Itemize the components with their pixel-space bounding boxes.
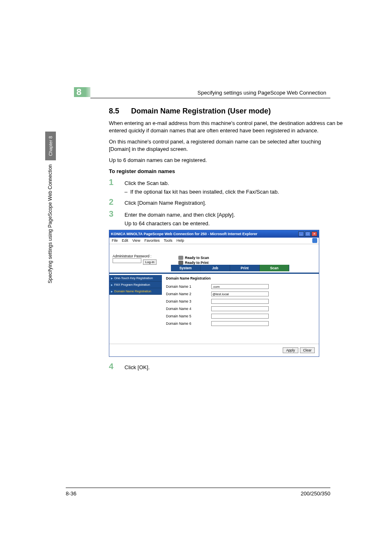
table-row: Domain Name 1 .com [166, 283, 315, 290]
domain-input-6[interactable] [211, 321, 269, 326]
minimize-button[interactable]: _ [298, 231, 304, 236]
window-titlebar: KONICA MINOLTA PageScope Web Connection … [109, 230, 319, 238]
menu-tools[interactable]: Tools [164, 238, 172, 243]
tab-system[interactable]: System [171, 265, 201, 271]
chapter-badge: 8 [74, 87, 90, 97]
domain-label: Domain Name 1 [166, 284, 211, 289]
content-panel: Domain Name Registration Domain Name 1 .… [162, 274, 319, 344]
admin-password-input[interactable] [113, 258, 141, 263]
header-rule [90, 98, 330, 98]
domain-label: Domain Name 4 [166, 307, 211, 311]
domain-label: Domain Name 6 [166, 321, 211, 326]
footer-rule [66, 488, 330, 488]
section-number: 8.5 [109, 107, 125, 116]
side-tab-label: Chapter 8 [48, 136, 53, 156]
scan-status: Ready to Scan [185, 256, 209, 260]
domain-label: Domain Name 5 [166, 314, 211, 318]
step-text: Click the Scan tab. [125, 180, 343, 186]
step-number: 4 [109, 362, 125, 371]
running-header: Specifying settings using PageScope Web … [198, 90, 326, 96]
domain-input-5[interactable] [211, 314, 269, 319]
domain-input-4[interactable] [211, 306, 269, 311]
menu-favorites[interactable]: Favorites [144, 238, 159, 243]
sidebar-item-fax-program[interactable]: FAX Program Registration [109, 282, 162, 288]
menu-file[interactable]: File [112, 238, 118, 243]
side-tab: Chapter 8 [45, 132, 56, 160]
table-row: Domain Name 2 @test.local [166, 290, 315, 298]
table-row: Domain Name 3 [166, 298, 315, 305]
step-row: 3 Enter the domain name, and then click … [109, 209, 343, 219]
print-status: Ready to Print [185, 261, 209, 265]
tab-job[interactable]: Job [201, 265, 230, 271]
paragraph: On this machine's control panel, a regis… [109, 138, 343, 153]
side-vertical-text: Specifying settings using PageScope Web … [47, 164, 53, 283]
browser-menubar: File Edit View Favorites Tools Help [109, 238, 319, 244]
table-row: Domain Name 5 [166, 312, 315, 320]
step-row: 2 Click [Domain Name Registration]. [109, 197, 343, 207]
main-tabs: System Job Print Scan [109, 265, 319, 271]
step-number: 2 [109, 197, 125, 207]
sub-heading: To register domain names [109, 168, 343, 174]
step-substep: –If the optional fax kit has been instal… [125, 189, 343, 195]
close-button[interactable]: × [311, 231, 317, 236]
domain-input-2[interactable]: @test.local [211, 291, 269, 296]
window-title: KONICA MINOLTA PageScope Web Connection … [111, 232, 257, 236]
page-number: 8-36 [66, 490, 76, 497]
table-row: Domain Name 6 [166, 320, 315, 327]
print-status-icon [178, 261, 183, 265]
step-text: Click [OK]. [125, 364, 343, 370]
section-title: Domain Name Registration (User mode) [131, 107, 271, 116]
step-text: Enter the domain name, and then click [A… [125, 212, 343, 218]
clear-button[interactable]: Clear [300, 347, 315, 353]
menu-view[interactable]: View [132, 238, 140, 243]
domain-input-1[interactable]: .com [211, 284, 269, 289]
sidebar-item-domain-name[interactable]: Domain Name Registration [109, 288, 162, 295]
model-number: 200/250/350 [301, 490, 330, 497]
screenshot-figure: KONICA MINOLTA PageScope Web Connection … [109, 230, 319, 357]
apply-button[interactable]: Apply [283, 347, 298, 353]
step-row: 1 Click the Scan tab. [109, 178, 343, 187]
domain-label: Domain Name 2 [166, 292, 211, 296]
window-buttons: _ □ × [298, 231, 317, 236]
scan-status-icon [178, 256, 183, 260]
tab-print[interactable]: Print [230, 265, 260, 271]
ie-icon [312, 238, 317, 243]
sidebar: One-Touch Key Registration FAX Program R… [109, 274, 162, 344]
login-button[interactable]: Log-in [143, 259, 156, 265]
chapter-number: 8 [76, 87, 81, 97]
menu-help[interactable]: Help [176, 238, 184, 243]
maximize-button[interactable]: □ [305, 231, 311, 236]
menu-edit[interactable]: Edit [122, 238, 129, 243]
step-row: 4 Click [OK]. [109, 362, 343, 371]
admin-password-label: Administrator Password : [113, 254, 170, 258]
table-row: Domain Name 4 [166, 305, 315, 312]
domain-input-3[interactable] [211, 299, 269, 304]
content-area: 8.5 Domain Name Registration (User mode)… [109, 107, 343, 373]
step-number: 1 [109, 178, 125, 187]
paragraph: Up to 6 domain names can be registered. [109, 157, 343, 164]
step-text: Click [Domain Name Registration]. [125, 200, 343, 206]
domain-label: Domain Name 3 [166, 299, 211, 303]
paragraph: When entering an e-mail address from thi… [109, 120, 343, 134]
tab-scan[interactable]: Scan [260, 265, 289, 271]
step-subtext: Up to 64 characters can be entered. [125, 220, 343, 227]
content-title: Domain Name Registration [166, 276, 315, 280]
step-number: 3 [109, 209, 125, 219]
sidebar-item-one-touch[interactable]: One-Touch Key Registration [109, 275, 162, 282]
